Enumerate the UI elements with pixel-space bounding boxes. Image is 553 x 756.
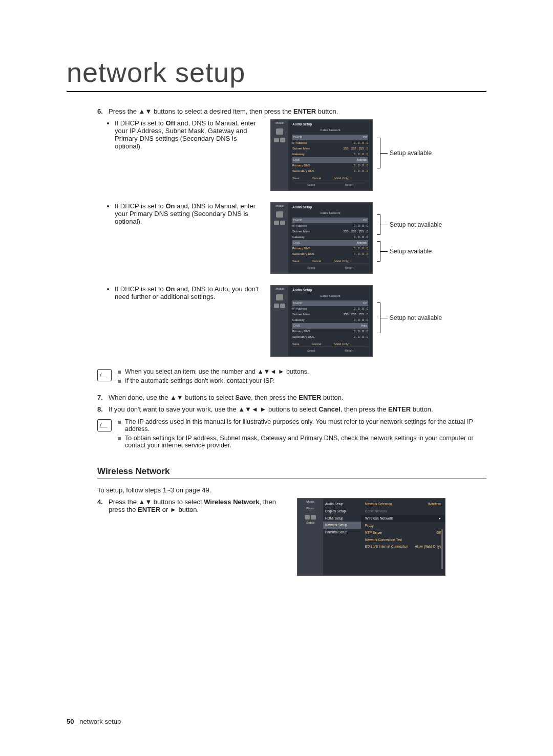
note-ip-info: The IP address used in this manual is fo… [97,418,486,451]
select-hint: Select [307,183,315,187]
ui-mock-2: Music Audio Setup Cable Network DHCPOn I… [270,202,373,274]
page-footer: 50_ network setup [67,718,121,725]
note-navigation-hint: When you select an item, use the number … [97,368,486,386]
wireless-heading: Wireless Network [97,466,486,477]
cancel-button[interactable]: Cancel [312,259,322,264]
network-test-row[interactable]: Network Connection Test [365,536,441,544]
note-item: If the automatic settings don't work, co… [125,377,275,384]
ui-heading: Audio Setup [292,122,368,127]
ntp-row[interactable]: NTP ServerOff [365,529,441,536]
return-hint: Return [345,183,353,187]
case-dhcp-on-manual-text: If DHCP is set to On and, DNS to Manual,… [115,202,260,225]
menu-item[interactable]: Display Setup [325,508,359,515]
bdlive-row[interactable]: BD-LIVE Internet ConnectionAllow (Valid … [365,543,441,550]
valid-label: (Valid Only) [333,176,349,181]
step-6: 6. Press the ▲▼ buttons to select a desi… [97,107,486,115]
callout-setup-available: Setup available [377,241,442,262]
step-6-text: Press the ▲▼ buttons to select a desired… [109,107,486,115]
step-8: 8. If you don't want to save your work, … [97,405,486,413]
save-button[interactable]: Save [292,176,300,181]
step-7: 7. When done, use the ▲▼ buttons to sele… [97,394,486,401]
note-item: When you select an item, use the number … [125,368,309,375]
case-dhcp-on-dns-auto: If DHCP is set to On and, DNS to Auto, y… [97,285,486,357]
ui-mock-1: Music Audio Setup Cable Network DHCPOff … [270,119,373,191]
callout-setup-not-available: Setup not available [377,303,442,333]
ui-mock-3: Music Audio Setup Cable Network DHCPOn I… [270,285,373,357]
callout-setup-not-available: Setup not available [377,214,442,235]
wireless-step-4: 4. Press the ▲▼ buttons to select Wirele… [97,498,486,576]
title-rule [67,91,486,92]
case-dhcp-off: If DHCP is set to Off and, DNS to Manual… [97,119,486,191]
sidebar-item-photo[interactable]: Photo [297,505,323,512]
wireless-intro: To setup, follow steps 1~3 on page 49. [97,486,486,494]
menu-item-selected[interactable]: Network Setup [323,522,361,529]
cable-network-row[interactable]: Cable Network [365,508,441,515]
menu-item[interactable]: Audio Setup [325,501,359,508]
save-button[interactable]: Save [292,342,300,347]
note-icon [97,369,112,381]
case-dhcp-on-auto-text: If DHCP is set to On and, DNS to Auto, y… [115,285,260,300]
note-item: To obtain settings for IP address, Subne… [125,435,486,449]
wireless-network-row[interactable]: Wireless Network▸ [361,515,445,523]
menu-item[interactable]: Parental Setup [325,529,359,536]
case-dhcp-on-dns-manual: If DHCP is set to On and, DNS to Manual,… [97,202,486,274]
icon-photo [276,128,283,135]
page-title: network setup [67,56,486,88]
cancel-button[interactable]: Cancel [312,342,322,347]
step-6-number: 6. [97,107,109,115]
sidebar-item-music[interactable]: Music [297,499,323,505]
cancel-button[interactable]: Cancel [312,176,322,181]
menu-item[interactable]: HDMI Setup [325,515,359,522]
ui-mock-wireless: Music Photo Setup Audio Setup Display Se… [297,498,445,576]
callout-setup-available: Setup available [377,138,432,168]
network-selection-label: Network Selection [365,502,392,507]
note-icon [97,419,112,431]
wireless-rule [97,479,486,479]
save-button[interactable]: Save [292,259,300,264]
proxy-row[interactable]: Proxy [365,522,441,529]
note-item: The IP address used in this manual is fo… [125,418,486,433]
sidebar-item-setup[interactable]: Setup [297,520,323,526]
case-dhcp-off-text: If DHCP is set to Off and, DNS to Manual… [115,119,260,150]
scrollbar[interactable] [441,529,443,569]
